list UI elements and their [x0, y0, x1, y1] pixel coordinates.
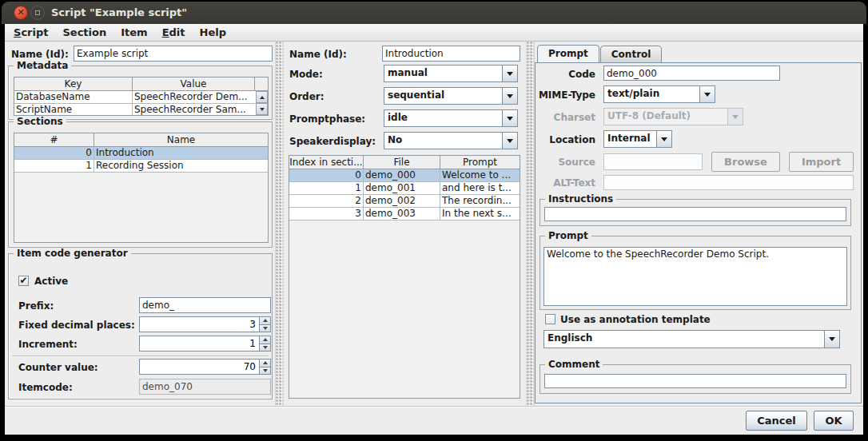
spinner-down-icon[interactable] [259, 344, 271, 352]
sections-cell: 1 [14, 160, 94, 173]
items-col-file[interactable]: File [364, 156, 440, 169]
speakerdisplay-select[interactable]: No [384, 132, 518, 149]
sections-group: Sections # Name 0 Introduction 1 Recordi… [8, 121, 273, 248]
comment-input[interactable] [544, 374, 846, 388]
chevron-down-icon[interactable] [656, 131, 671, 147]
split-divider[interactable] [526, 42, 535, 406]
items-cell: 3 [289, 208, 364, 220]
menu-section[interactable]: Section [55, 24, 113, 41]
section-name-input[interactable] [382, 46, 520, 62]
items-cell: demo_002 [364, 195, 440, 208]
tab-control[interactable]: Control [600, 46, 663, 63]
fixed-decimal-places-label: Fixed decimal places: [18, 320, 135, 331]
sections-table-header: # Name [14, 133, 268, 147]
metadata-table-header: Key Value [14, 77, 268, 91]
chevron-down-icon[interactable] [502, 110, 517, 126]
scroll-up-icon[interactable] [256, 91, 268, 103]
table-row[interactable]: ScriptName SpeechRecorder Sam... [14, 104, 268, 116]
location-select[interactable]: Internal [603, 130, 672, 148]
active-checkbox[interactable]: ✔ [18, 276, 29, 286]
table-row[interactable]: DatabaseName SpeechRecorder Dem... [14, 91, 268, 104]
charset-label: Charset [537, 112, 595, 123]
spinner-down-icon[interactable] [259, 325, 271, 333]
items-cell: In the next s... [440, 208, 520, 220]
menu-item[interactable]: Item [113, 24, 154, 41]
prompt-group: Prompt Welcome to the SpeechRecorder Dem… [540, 236, 851, 310]
items-cell: demo_001 [364, 182, 440, 195]
order-select[interactable]: sequential [384, 87, 518, 105]
table-row[interactable]: 2 demo_002 The recordin... [289, 195, 520, 208]
chevron-down-icon[interactable] [502, 66, 517, 81]
table-row[interactable]: 3 demo_003 In the next s... [289, 208, 520, 220]
arrow-down-glyph [263, 327, 268, 330]
metadata-col-key[interactable]: Key [14, 77, 133, 91]
scroll-down-icon[interactable] [256, 103, 268, 115]
language-select[interactable]: Englisch [543, 330, 840, 348]
annotation-template-label: Use as annotation template [560, 314, 711, 325]
cancel-button[interactable]: Cancel [746, 411, 807, 431]
arrow-down-glyph [260, 108, 265, 111]
table-row[interactable]: 0 demo_000 Welcome to ... [289, 169, 520, 182]
fixed-decimal-places-input[interactable] [139, 316, 259, 332]
sections-col-name[interactable]: Name [94, 133, 268, 147]
browse-button: Browse [711, 152, 780, 172]
ok-button[interactable]: OK [814, 411, 854, 431]
prefix-label: Prefix: [18, 300, 54, 312]
items-col-index[interactable]: Index in secti... [289, 156, 364, 169]
separator [12, 356, 269, 357]
items-cell: The recordin... [440, 195, 520, 208]
increment-input[interactable] [139, 336, 259, 352]
metadata-header-corner [255, 77, 268, 91]
mime-type-select[interactable]: text/plain [603, 85, 715, 103]
items-cell: 0 [289, 169, 364, 182]
mode-select[interactable]: manual [384, 65, 518, 82]
title-bar[interactable]: ✕ Script "Example script" [2, 2, 866, 24]
prompt-textarea[interactable]: Welcome to the SpeechRecorder Demo Scrip… [543, 247, 847, 306]
items-table-header: Index in secti... File Prompt [289, 156, 520, 169]
sections-table: # Name 0 Introduction 1 Recording Sessio… [14, 133, 269, 243]
import-button: Import [789, 152, 854, 172]
chevron-down-icon[interactable] [699, 86, 715, 102]
items-cell: 2 [289, 195, 364, 208]
split-divider[interactable] [275, 42, 284, 406]
counter-value-input[interactable] [139, 359, 259, 375]
spinner-up-icon[interactable] [259, 316, 271, 325]
prefix-input[interactable] [139, 297, 271, 313]
arrow-down-glyph [507, 117, 513, 121]
code-input[interactable] [603, 66, 780, 81]
annotation-template-checkbox[interactable] [545, 314, 555, 324]
sections-col-index[interactable]: # [14, 133, 94, 147]
script-name-input[interactable] [74, 46, 273, 62]
chevron-down-icon[interactable] [824, 331, 839, 348]
spinner-up-icon[interactable] [259, 336, 271, 344]
table-row[interactable]: 0 Introduction [14, 147, 268, 160]
chevron-down-icon[interactable] [502, 88, 517, 104]
mode-value: manual [384, 66, 502, 81]
counter-value-label: Counter value: [18, 362, 98, 373]
menu-bar: Script Section Item Edit Help [5, 24, 863, 42]
spinner-down-icon[interactable] [259, 368, 271, 375]
maximize-icon[interactable] [30, 6, 45, 20]
location-label: Location [537, 134, 595, 145]
arrow-up-glyph [263, 319, 268, 322]
window-title: Script "Example script" [51, 6, 187, 18]
promptphase-select[interactable]: idle [384, 109, 518, 127]
item-code-generator-title: Item code generator [14, 248, 131, 259]
arrow-down-glyph [732, 115, 739, 119]
table-row[interactable]: 1 Recording Session [14, 160, 268, 173]
close-icon[interactable]: ✕ [14, 6, 28, 20]
arrow-down-glyph [507, 139, 513, 143]
spinner-up-icon[interactable] [259, 359, 271, 368]
instructions-input[interactable] [544, 207, 846, 221]
chevron-down-icon[interactable] [502, 133, 517, 149]
comment-group-title: Comment [545, 359, 603, 370]
charset-value: UTF-8 (Default) [604, 109, 727, 125]
items-col-prompt[interactable]: Prompt [440, 156, 520, 169]
menu-edit[interactable]: Edit [155, 24, 193, 41]
tab-prompt[interactable]: Prompt [537, 45, 599, 63]
menu-help[interactable]: Help [193, 24, 233, 41]
menu-script[interactable]: Script [6, 24, 55, 41]
code-label: Code [537, 69, 595, 80]
metadata-col-value[interactable]: Value [133, 77, 255, 91]
table-row[interactable]: 1 demo_001 and here is t... [289, 182, 520, 195]
